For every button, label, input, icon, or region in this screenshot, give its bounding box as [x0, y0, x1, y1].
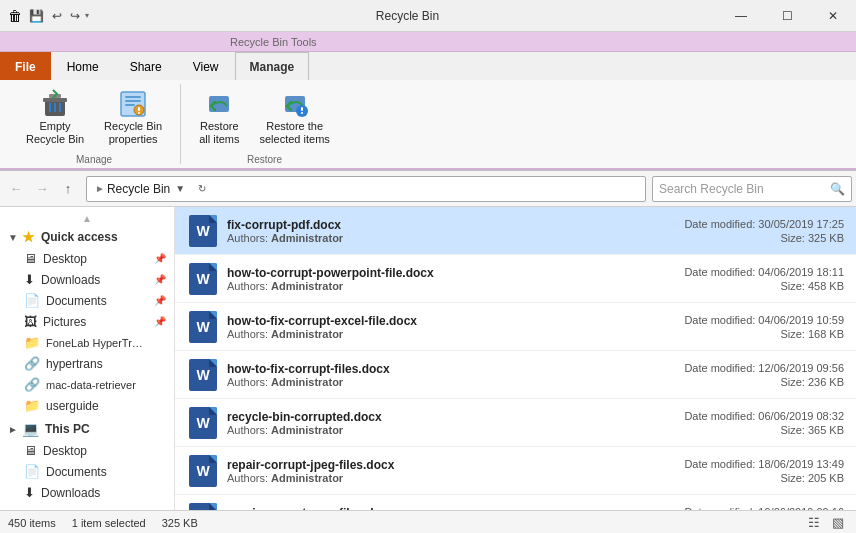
- close-button[interactable]: ✕: [810, 0, 856, 32]
- quick-access-label: Quick access: [41, 230, 118, 244]
- sidebar-item-documents-pc[interactable]: 📄 Documents: [0, 461, 174, 482]
- svg-rect-8: [125, 100, 141, 102]
- sidebar-scroll-up[interactable]: ▲: [82, 213, 92, 224]
- details-view-icon[interactable]: ☷: [804, 513, 824, 533]
- empty-recycle-bin-icon: [39, 88, 71, 120]
- downloads-label: Downloads: [41, 273, 154, 287]
- back-button[interactable]: ←: [4, 177, 28, 201]
- sidebar-item-downloads[interactable]: ⬇ Downloads 📌: [0, 269, 174, 290]
- file-item-file-6[interactable]: W repair-corrupt-jpeg-files.docx Authors…: [175, 447, 856, 495]
- file-item-file-7[interactable]: W repair-corrupt-mov-files.docx Authors:…: [175, 495, 856, 510]
- sidebar-section-this-pc: ► 💻 This PC 🖥 Desktop 📄 Documents ⬇ Down…: [0, 418, 174, 503]
- sidebar-item-userguide[interactable]: 📁 userguide: [0, 395, 174, 416]
- file-author: Authors: Administrator: [227, 376, 684, 388]
- restore-group-label: Restore: [247, 150, 282, 165]
- sidebar-item-fonelab[interactable]: 📁 FoneLab HyperTrans: [0, 332, 174, 353]
- undo-icon[interactable]: ↩: [49, 7, 65, 25]
- quick-access-header[interactable]: ▼ ★ Quick access: [0, 226, 174, 248]
- this-pc-icon: 💻: [22, 421, 39, 437]
- up-button[interactable]: ↑: [56, 177, 80, 201]
- empty-line1: EmptyRecycle Bin: [26, 120, 84, 146]
- expand-icon: ▼: [8, 232, 18, 243]
- file-name: fix-corrupt-pdf.docx: [227, 218, 684, 232]
- address-controls: ▼ ↻: [170, 177, 212, 201]
- save-icon[interactable]: 💾: [26, 7, 47, 25]
- tab-view[interactable]: View: [178, 52, 234, 80]
- sidebar-item-pictures[interactable]: 🖼 Pictures 📌: [0, 311, 174, 332]
- file-item-file-4[interactable]: W how-to-fix-corrupt-files.docx Authors:…: [175, 351, 856, 399]
- window-title: Recycle Bin: [97, 9, 718, 23]
- refresh-button[interactable]: ↻: [192, 177, 212, 201]
- file-meta: Date modified: 19/06/2019 09:16 Size: 18…: [684, 506, 844, 511]
- tab-manage[interactable]: Manage: [235, 52, 310, 80]
- file-name: how-to-fix-corrupt-files.docx: [227, 362, 684, 376]
- ribbon-header: Recycle Bin Tools File Home Share View M…: [0, 32, 856, 171]
- sidebar-item-documents[interactable]: 📄 Documents 📌: [0, 290, 174, 311]
- restore-selected-button[interactable]: Restore theselected items: [254, 84, 336, 150]
- ribbon-group-restore: Restoreall items Restore theselect: [181, 84, 348, 164]
- redo-icon[interactable]: ↪: [67, 7, 83, 25]
- file-size: Size: 365 KB: [684, 424, 844, 436]
- fonelab-label: FoneLab HyperTrans: [46, 337, 146, 349]
- tab-file[interactable]: File: [0, 52, 51, 80]
- properties-icon: [117, 88, 149, 120]
- sidebar: ▲ ▼ ★ Quick access 🖥 Desktop 📌 ⬇ Downloa…: [0, 207, 175, 510]
- file-item-file-2[interactable]: W how-to-corrupt-powerpoint-file.docx Au…: [175, 255, 856, 303]
- search-bar[interactable]: Search Recycle Bin 🔍: [652, 176, 852, 202]
- sidebar-item-downloads-pc[interactable]: ⬇ Downloads: [0, 482, 174, 503]
- this-pc-label: This PC: [45, 422, 90, 436]
- toolbar: ← → ↑ ► Recycle Bin ▼ ↻ Search Recycle B…: [0, 171, 856, 207]
- file-icon: W: [187, 263, 219, 295]
- file-name: how-to-fix-corrupt-excel-file.docx: [227, 314, 684, 328]
- file-author: Authors: Administrator: [227, 232, 684, 244]
- sidebar-item-mac-data[interactable]: 🔗 mac-data-retriever: [0, 374, 174, 395]
- empty-recycle-bin-button[interactable]: EmptyRecycle Bin: [20, 84, 90, 150]
- address-text: Recycle Bin: [107, 182, 170, 196]
- ribbon-tabs: File Home Share View Manage: [0, 52, 856, 80]
- file-icon: W: [187, 503, 219, 511]
- word-doc-icon: W: [189, 359, 217, 391]
- file-list: W fix-corrupt-pdf.docx Authors: Administ…: [175, 207, 856, 510]
- recycle-bin-properties-button[interactable]: Recycle Binproperties: [98, 84, 168, 150]
- file-name: repair-corrupt-mov-files.docx: [227, 506, 684, 511]
- large-icons-view-icon[interactable]: ▧: [828, 513, 848, 533]
- minimize-button[interactable]: —: [718, 0, 764, 32]
- address-bar[interactable]: ► Recycle Bin ▼ ↻: [86, 176, 646, 202]
- forward-button[interactable]: →: [30, 177, 54, 201]
- file-meta: Date modified: 04/06/2019 10:59 Size: 16…: [684, 314, 844, 340]
- this-pc-expand-icon: ►: [8, 424, 18, 435]
- desktop-icon: 🖥: [24, 251, 37, 266]
- file-author: Authors: Administrator: [227, 472, 684, 484]
- file-date: Date modified: 30/05/2019 17:25: [684, 218, 844, 230]
- file-info: repair-corrupt-mov-files.docx Authors: A…: [227, 506, 684, 511]
- this-pc-header[interactable]: ► 💻 This PC: [0, 418, 174, 440]
- documents-label: Documents: [46, 294, 154, 308]
- sidebar-item-hypertrans[interactable]: 🔗 hypertrans: [0, 353, 174, 374]
- fonelab-icon: 📁: [24, 335, 40, 350]
- title-bar: 🗑 💾 ↩ ↪ ▾ Recycle Bin — ☐ ✕: [0, 0, 856, 32]
- pin-icon-pic: 📌: [154, 316, 166, 327]
- maximize-button[interactable]: ☐: [764, 0, 810, 32]
- word-doc-icon: W: [189, 455, 217, 487]
- hypertrans-label: hypertrans: [46, 357, 166, 371]
- manage-group-label: Manage: [76, 150, 112, 165]
- file-info: fix-corrupt-pdf.docx Authors: Administra…: [227, 218, 684, 244]
- file-meta: Date modified: 30/05/2019 17:25 Size: 32…: [684, 218, 844, 244]
- file-item-file-5[interactable]: W recycle-bin-corrupted.docx Authors: Ad…: [175, 399, 856, 447]
- address-dropdown-button[interactable]: ▼: [170, 177, 190, 201]
- search-placeholder: Search Recycle Bin: [659, 182, 830, 196]
- pictures-icon: 🖼: [24, 314, 37, 329]
- file-info: recycle-bin-corrupted.docx Authors: Admi…: [227, 410, 684, 436]
- star-icon: ★: [22, 229, 35, 245]
- restore-all-button[interactable]: Restoreall items: [193, 84, 245, 150]
- qa-dropdown-icon[interactable]: ▾: [85, 11, 89, 20]
- sidebar-item-desktop-pc[interactable]: 🖥 Desktop: [0, 440, 174, 461]
- file-date: Date modified: 12/06/2019 09:56: [684, 362, 844, 374]
- file-item-file-3[interactable]: W how-to-fix-corrupt-excel-file.docx Aut…: [175, 303, 856, 351]
- sidebar-item-desktop[interactable]: 🖥 Desktop 📌: [0, 248, 174, 269]
- tab-share[interactable]: Share: [115, 52, 177, 80]
- file-size: Size: 205 KB: [684, 472, 844, 484]
- tab-home[interactable]: Home: [52, 52, 114, 80]
- file-item-file-1[interactable]: W fix-corrupt-pdf.docx Authors: Administ…: [175, 207, 856, 255]
- desktop-label: Desktop: [43, 252, 154, 266]
